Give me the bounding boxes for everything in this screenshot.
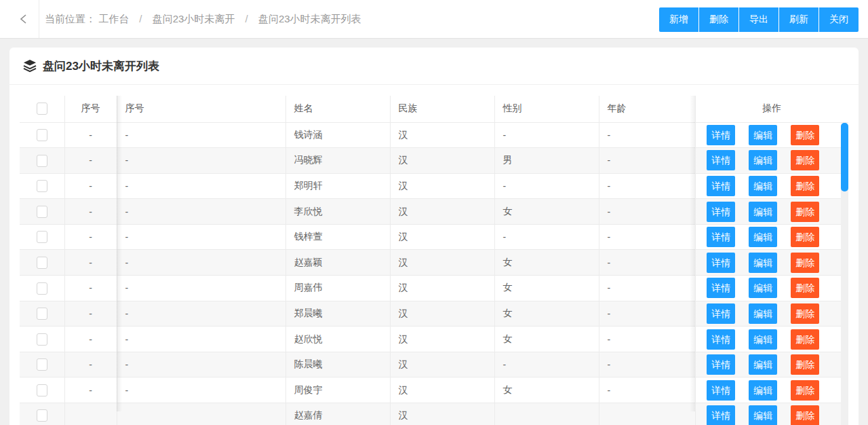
cell-gender: - bbox=[494, 352, 599, 377]
cell-ethnicity: 汉 bbox=[390, 301, 494, 327]
edit-button[interactable]: 编辑 bbox=[749, 150, 777, 170]
edit-button[interactable]: 编辑 bbox=[749, 278, 777, 298]
delete-row-button[interactable]: 删除 bbox=[791, 125, 819, 145]
cell-ethnicity: 汉 bbox=[390, 403, 494, 425]
cell-name: 钱诗涵 bbox=[285, 122, 390, 148]
detail-button[interactable]: 详情 bbox=[707, 125, 735, 145]
export-button[interactable]: 导出 bbox=[739, 7, 778, 32]
row-checkbox[interactable] bbox=[37, 308, 47, 320]
select-all-checkbox[interactable] bbox=[37, 103, 47, 115]
cell-seq1: - bbox=[64, 377, 117, 403]
table-row: - - 赵嘉颖 汉 女 - 详情 编辑 删除 bbox=[20, 250, 848, 276]
delete-row-button[interactable]: 删除 bbox=[791, 253, 819, 273]
delete-row-button[interactable]: 删除 bbox=[791, 150, 819, 170]
add-button[interactable]: 新增 bbox=[659, 7, 698, 32]
detail-button[interactable]: 详情 bbox=[707, 150, 735, 170]
edit-button[interactable]: 编辑 bbox=[749, 380, 777, 401]
delete-row-button[interactable]: 删除 bbox=[791, 380, 819, 401]
delete-row-button[interactable]: 删除 bbox=[791, 176, 819, 196]
row-checkbox[interactable] bbox=[37, 180, 47, 192]
cell-age: - bbox=[599, 148, 695, 174]
row-checkbox[interactable] bbox=[37, 409, 47, 422]
cell-seq2: - bbox=[117, 327, 285, 352]
delete-button[interactable]: 删除 bbox=[699, 7, 738, 32]
delete-row-button[interactable]: 删除 bbox=[791, 202, 819, 222]
detail-button[interactable]: 详情 bbox=[707, 176, 735, 196]
detail-button[interactable]: 详情 bbox=[707, 253, 735, 273]
edit-button[interactable]: 编辑 bbox=[749, 202, 777, 222]
scrollbar-thumb[interactable] bbox=[841, 123, 848, 191]
header-checkbox-cell bbox=[20, 96, 64, 122]
cell-name: 赵嘉倩 bbox=[285, 403, 390, 425]
cell-gender: 女 bbox=[494, 276, 599, 301]
detail-button[interactable]: 详情 bbox=[707, 405, 735, 425]
breadcrumb-item-module[interactable]: 盘问23小时未离开 bbox=[153, 13, 235, 24]
edit-button[interactable]: 编辑 bbox=[749, 125, 777, 145]
cell-seq2: - bbox=[117, 301, 285, 327]
edit-button[interactable]: 编辑 bbox=[749, 253, 777, 273]
cell-age: - bbox=[599, 301, 695, 327]
row-checkbox[interactable] bbox=[37, 231, 47, 243]
cell-operations: 详情 编辑 删除 bbox=[695, 403, 848, 425]
delete-row-button[interactable]: 删除 bbox=[791, 278, 819, 298]
close-button[interactable]: 关闭 bbox=[819, 7, 859, 32]
cell-gender: 女 bbox=[494, 199, 599, 225]
detail-button[interactable]: 详情 bbox=[707, 227, 735, 247]
edit-button[interactable]: 编辑 bbox=[749, 405, 777, 425]
edit-button[interactable]: 编辑 bbox=[749, 329, 777, 350]
cell-seq1: - bbox=[64, 250, 117, 276]
edit-button[interactable]: 编辑 bbox=[749, 176, 777, 196]
cell-age: - bbox=[599, 173, 695, 199]
table-row: - - 冯晓辉 汉 男 - 详情 编辑 删除 bbox=[20, 148, 848, 174]
column-header-ethnicity: 民族 bbox=[390, 96, 494, 122]
cell-gender: 女 bbox=[494, 301, 599, 327]
detail-button[interactable]: 详情 bbox=[707, 278, 735, 298]
cell-ethnicity: 汉 bbox=[390, 199, 494, 225]
breadcrumb-item-workbench[interactable]: 工作台 bbox=[98, 13, 129, 24]
vertical-scrollbar[interactable] bbox=[841, 123, 848, 425]
cell-seq1: - bbox=[64, 352, 117, 377]
cell-gender: 女 bbox=[494, 327, 599, 352]
edit-button[interactable]: 编辑 bbox=[749, 303, 777, 324]
cell-operations: 详情 编辑 删除 bbox=[695, 173, 848, 199]
row-checkbox[interactable] bbox=[37, 129, 47, 141]
cell-gender: 女 bbox=[494, 377, 599, 403]
row-checkbox[interactable] bbox=[37, 358, 47, 371]
delete-row-button[interactable]: 删除 bbox=[791, 354, 819, 375]
edit-button[interactable]: 编辑 bbox=[749, 354, 777, 375]
back-button[interactable] bbox=[9, 0, 38, 38]
delete-row-button[interactable]: 删除 bbox=[791, 227, 819, 247]
cell-ethnicity: 汉 bbox=[390, 224, 494, 250]
table-row: - - 郑明轩 汉 - - 详情 编辑 删除 bbox=[20, 173, 848, 199]
column-header-age: 年龄 bbox=[599, 96, 695, 122]
cell-name: 赵嘉颖 bbox=[285, 250, 390, 276]
cell-operations: 详情 编辑 删除 bbox=[695, 122, 848, 148]
detail-button[interactable]: 详情 bbox=[707, 380, 735, 401]
row-checkbox[interactable] bbox=[37, 206, 47, 218]
row-checkbox-cell bbox=[20, 377, 64, 403]
detail-button[interactable]: 详情 bbox=[707, 202, 735, 222]
edit-button[interactable]: 编辑 bbox=[749, 227, 777, 247]
row-checkbox-cell bbox=[20, 301, 64, 327]
row-checkbox-cell bbox=[20, 173, 64, 199]
table-row: 赵嘉倩 汉 详情 编辑 删除 bbox=[20, 403, 848, 425]
breadcrumb-label: 当前位置： bbox=[45, 13, 96, 24]
detail-button[interactable]: 详情 bbox=[707, 354, 735, 375]
row-checkbox[interactable] bbox=[37, 384, 47, 396]
row-checkbox[interactable] bbox=[37, 257, 47, 269]
cell-ethnicity: 汉 bbox=[390, 148, 494, 174]
delete-row-button[interactable]: 删除 bbox=[791, 405, 819, 425]
row-checkbox[interactable] bbox=[37, 282, 47, 295]
cell-seq1: - bbox=[64, 199, 117, 225]
row-checkbox[interactable] bbox=[37, 333, 47, 346]
cell-age: - bbox=[599, 250, 695, 276]
delete-row-button[interactable]: 删除 bbox=[791, 303, 819, 324]
delete-row-button[interactable]: 删除 bbox=[791, 329, 819, 350]
top-bar: 当前位置： 工作台 / 盘问23小时未离开 / 盘问23小时未离开列表 新增 删… bbox=[0, 0, 868, 39]
cell-ethnicity: 汉 bbox=[390, 250, 494, 276]
cell-seq2: - bbox=[117, 148, 285, 174]
row-checkbox[interactable] bbox=[37, 155, 47, 167]
detail-button[interactable]: 详情 bbox=[707, 303, 735, 324]
refresh-button[interactable]: 刷新 bbox=[779, 7, 818, 32]
detail-button[interactable]: 详情 bbox=[707, 329, 735, 350]
